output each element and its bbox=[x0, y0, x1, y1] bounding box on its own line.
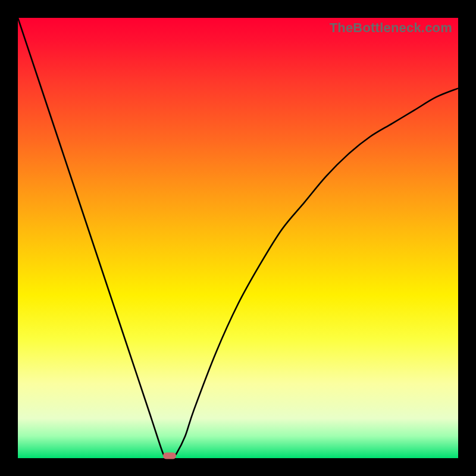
min-marker bbox=[163, 453, 176, 459]
curve-layer bbox=[18, 18, 458, 458]
bottleneck-curve bbox=[18, 18, 458, 458]
chart-frame: TheBottleneck.com bbox=[0, 0, 476, 476]
plot-area: TheBottleneck.com bbox=[18, 18, 458, 458]
